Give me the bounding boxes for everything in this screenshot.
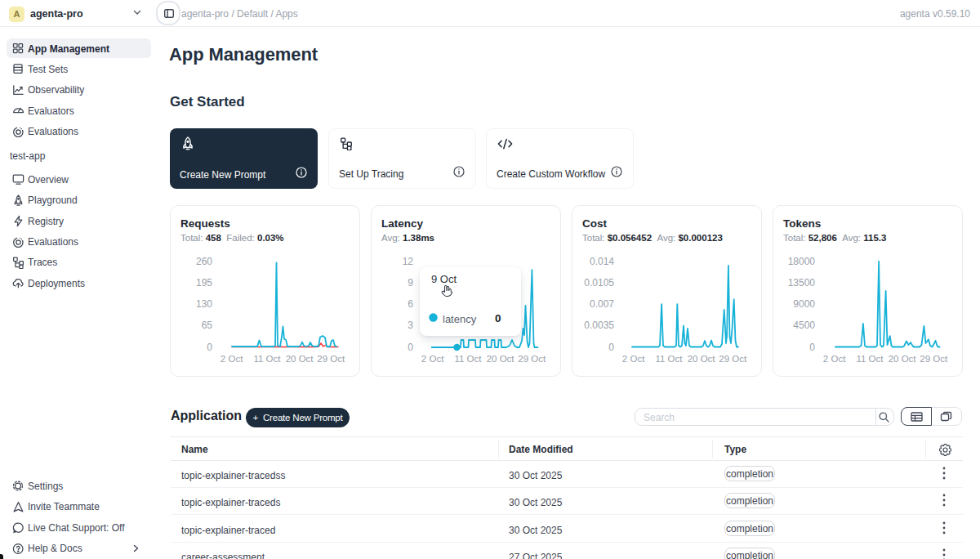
- svg-text:0.0105: 0.0105: [584, 277, 614, 288]
- svg-text:18000: 18000: [788, 256, 816, 267]
- svg-text:195: 195: [196, 277, 212, 288]
- svg-text:20 Oct: 20 Oct: [487, 354, 515, 364]
- svg-text:20 Oct: 20 Oct: [286, 354, 314, 364]
- svg-text:0: 0: [207, 342, 212, 353]
- svg-text:29 Oct: 29 Oct: [317, 354, 345, 364]
- svg-text:11 Oct: 11 Oct: [856, 354, 884, 364]
- svg-text:2 Oct: 2 Oct: [823, 354, 846, 364]
- svg-text:12: 12: [403, 256, 414, 267]
- svg-text:6: 6: [408, 298, 413, 310]
- svg-text:260: 260: [196, 256, 212, 267]
- svg-text:20 Oct: 20 Oct: [688, 354, 716, 364]
- svg-text:29 Oct: 29 Oct: [719, 354, 747, 364]
- svg-text:20 Oct: 20 Oct: [889, 354, 917, 364]
- svg-text:0.007: 0.007: [590, 298, 614, 310]
- svg-text:0: 0: [608, 342, 614, 353]
- svg-text:9: 9: [408, 277, 413, 288]
- svg-text:11 Oct: 11 Oct: [454, 354, 482, 364]
- svg-text:2 Oct: 2 Oct: [622, 354, 645, 364]
- svg-text:29 Oct: 29 Oct: [518, 354, 546, 364]
- svg-text:29 Oct: 29 Oct: [920, 354, 948, 364]
- svg-text:13500: 13500: [788, 277, 816, 288]
- svg-text:0: 0: [408, 342, 413, 353]
- svg-text:11 Oct: 11 Oct: [655, 354, 683, 364]
- svg-text:2 Oct: 2 Oct: [421, 354, 444, 364]
- svg-text:3: 3: [408, 320, 413, 331]
- svg-text:2 Oct: 2 Oct: [220, 354, 243, 364]
- svg-text:0.0035: 0.0035: [584, 320, 614, 331]
- svg-text:9000: 9000: [793, 298, 815, 310]
- svg-text:130: 130: [196, 298, 212, 310]
- svg-text:65: 65: [202, 320, 213, 331]
- svg-text:11 Oct: 11 Oct: [253, 354, 281, 364]
- svg-text:4500: 4500: [793, 320, 815, 331]
- svg-text:0: 0: [809, 342, 815, 353]
- svg-text:0.014: 0.014: [590, 256, 614, 267]
